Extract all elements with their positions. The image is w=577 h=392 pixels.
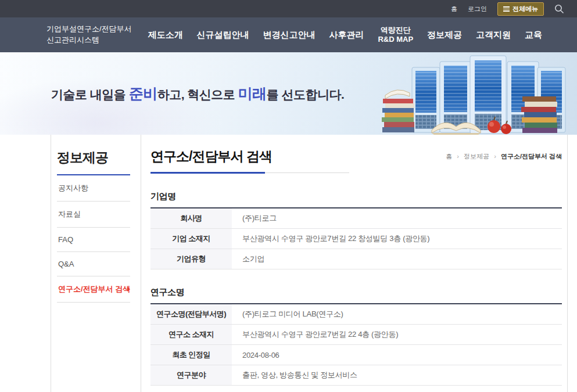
content-frame: 정보제공 공지사항 자료실 FAQ Q&A 연구소/전담부서 검색 연구소/전담… <box>51 135 568 392</box>
table-row: 기업 소재지 부산광역시 수영구 광안로7번길 22 창성빌딩 3층 (광안동) <box>150 229 562 249</box>
section-title-company: 기업명 <box>150 191 562 202</box>
row-label: 최초 인정일 <box>150 345 232 365</box>
rnd-map-line2: R&D MAP <box>378 35 413 44</box>
hero-text-prefix: 기술로 내일을 <box>51 88 129 101</box>
logo-line1: 기업부설연구소/전담부서 <box>46 24 132 33</box>
nav-item-information[interactable]: 정보제공 <box>427 30 462 41</box>
row-value: 부산광역시 수영구 광안로7번길 22 창성빌딩 3층 (광안동) <box>232 229 562 249</box>
table-row: 연구분야 출판, 영상, 방송통신 및 정보서비스 <box>150 365 562 386</box>
site-logo[interactable]: 기업부설연구소/전담부서 신고관리시스템 <box>46 24 132 46</box>
all-menu-button[interactable]: 전체메뉴 <box>497 2 544 16</box>
home-link[interactable]: 홈 <box>451 5 457 13</box>
row-label: 연구분야 <box>150 365 232 386</box>
sidebar-item-notice[interactable]: 공지사항 <box>57 175 130 202</box>
breadcrumb-information[interactable]: 정보제공 <box>464 153 489 160</box>
breadcrumb-separator: › <box>457 153 459 160</box>
main-pane: 연구소/전담부서 검색 홈 › 정보제공 › 연구소/전담부서 검색 기업명 회… <box>141 135 567 392</box>
row-label: 회사명 <box>150 208 232 229</box>
title-underline <box>150 172 265 174</box>
lab-info-table: 연구소명(전담부서명) (주)티로그 미디어 LAB(연구소) 연구소 소재지 … <box>150 303 562 386</box>
breadcrumb-home[interactable]: 홈 <box>446 153 452 160</box>
hero-text-mid: 하고, 혁신으로 <box>157 88 238 101</box>
nav-menu: 제도소개 신규설립안내 변경신고안내 사후관리 역량진단 R&D MAP 정보제… <box>148 26 542 45</box>
table-row: 연구소 소재지 부산광역시 수영구 광안로7번길 22 4층 (광안동) <box>150 325 562 345</box>
sidebar-item-faq[interactable]: FAQ <box>57 228 130 252</box>
row-value: 부산광역시 수영구 광안로7번길 22 4층 (광안동) <box>232 325 562 345</box>
hero-accent-1: 준비 <box>129 85 157 102</box>
row-label: 기업유형 <box>150 249 232 269</box>
sidebar-title: 정보제공 <box>57 149 130 175</box>
sidebar-item-archive[interactable]: 자료실 <box>57 202 130 228</box>
hero-illustration <box>382 52 577 135</box>
title-underline-extension <box>265 172 349 173</box>
sidebar-item-lab-search[interactable]: 연구소/전담부서 검색 <box>57 276 130 303</box>
row-label: 기업 소재지 <box>150 229 232 249</box>
nav-item-change-report[interactable]: 변경신고안내 <box>263 30 316 41</box>
hero-accent-2: 미래 <box>238 85 267 102</box>
breadcrumb-separator: › <box>494 153 496 160</box>
nav-item-post-management[interactable]: 사후관리 <box>329 30 364 41</box>
section-title-lab: 연구소명 <box>150 287 562 298</box>
arrow-right-icon <box>127 287 130 292</box>
nav-item-customer-support[interactable]: 고객지원 <box>476 30 511 41</box>
table-row: 기업유형 소기업 <box>150 249 562 269</box>
row-value: 출판, 영상, 방송통신 및 정보서비스 <box>232 365 562 386</box>
hero-text-suffix: 를 선도합니다. <box>267 88 345 101</box>
sidebar-item-qna[interactable]: Q&A <box>57 252 130 276</box>
rnd-map-line1: 역량진단 <box>378 26 413 35</box>
hero-slogan: 기술로 내일을 준비하고, 혁신으로 미래를 선도합니다. <box>51 84 344 103</box>
page-title: 연구소/전담부서 검색 <box>150 148 272 166</box>
book-stack-icon <box>521 96 557 133</box>
server-rack-icon <box>440 62 471 132</box>
table-row: 회사명 (주)티로그 <box>150 208 562 229</box>
row-value: (주)티로그 <box>232 208 562 229</box>
breadcrumb-current: 연구소/전담부서 검색 <box>501 153 562 160</box>
nav-item-new-establish[interactable]: 신규설립안내 <box>197 30 249 41</box>
sidebar: 정보제공 공지사항 자료실 FAQ Q&A 연구소/전담부서 검색 <box>51 135 141 392</box>
sidebar-item-lab-search-label: 연구소/전담부서 검색 <box>58 285 130 293</box>
hero-banner: 기술로 내일을 준비하고, 혁신으로 미래를 선도합니다. <box>0 52 577 135</box>
table-row: 최초 인정일 2024-08-06 <box>150 345 562 365</box>
main-nav: 기업부설연구소/전담부서 신고관리시스템 제도소개 신규설립안내 변경신고안내 … <box>0 17 577 52</box>
breadcrumb: 홈 › 정보제공 › 연구소/전담부서 검색 <box>446 152 562 161</box>
nav-item-education[interactable]: 교육 <box>525 30 542 41</box>
row-label: 연구소 소재지 <box>150 325 232 345</box>
nav-item-system-intro[interactable]: 제도소개 <box>148 30 183 41</box>
server-rack-icon <box>412 67 440 132</box>
row-value: 2024-08-06 <box>232 345 562 365</box>
row-value: 소기업 <box>232 249 562 269</box>
page-header: 연구소/전담부서 검색 홈 › 정보제공 › 연구소/전담부서 검색 <box>150 148 562 174</box>
server-rack-icon <box>470 56 506 134</box>
top-utility-bar: 홈 로그인 전체메뉴 <box>0 0 577 17</box>
row-value: (주)티로그 미디어 LAB(연구소) <box>232 304 562 325</box>
all-menu-label: 전체메뉴 <box>513 5 538 13</box>
login-link[interactable]: 로그인 <box>468 5 487 13</box>
book-stack-icon <box>382 90 414 132</box>
nav-item-rnd-map[interactable]: 역량진단 R&D MAP <box>378 26 413 45</box>
logo-line2: 신고관리시스템 <box>46 35 99 44</box>
search-button[interactable] <box>554 4 564 14</box>
table-row: 연구소명(전담부서명) (주)티로그 미디어 LAB(연구소) <box>150 304 562 325</box>
company-info-table: 회사명 (주)티로그 기업 소재지 부산광역시 수영구 광안로7번길 22 창성… <box>150 207 562 269</box>
hamburger-icon <box>503 6 510 12</box>
search-icon <box>554 4 564 14</box>
row-label: 연구소명(전담부서명) <box>150 304 232 325</box>
